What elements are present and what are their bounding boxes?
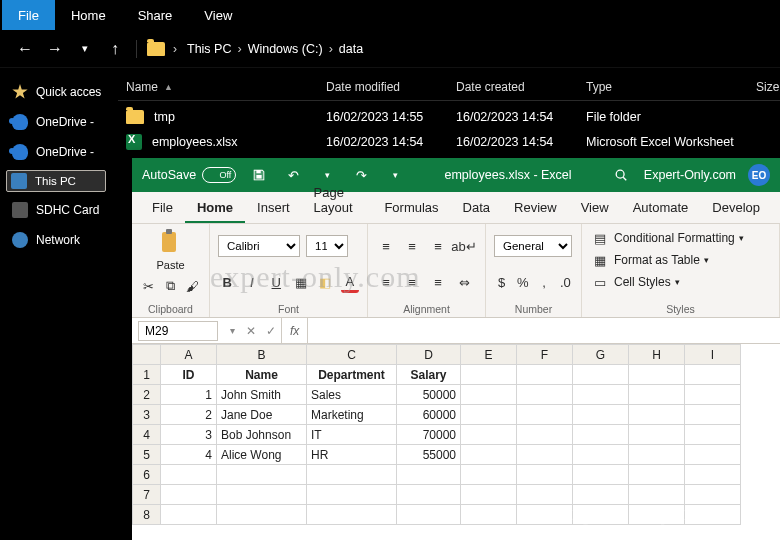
row-header[interactable]: 1 bbox=[133, 365, 161, 385]
save-icon[interactable] bbox=[248, 164, 270, 186]
menu-tab-formulas[interactable]: Formulas bbox=[372, 193, 450, 223]
cell[interactable] bbox=[685, 465, 741, 485]
nav-back-icon[interactable]: ← bbox=[14, 38, 36, 60]
cell[interactable] bbox=[517, 485, 573, 505]
cell[interactable]: ID bbox=[161, 365, 217, 385]
cell[interactable] bbox=[217, 505, 307, 525]
menu-tab-develop[interactable]: Develop bbox=[700, 193, 772, 223]
cell[interactable] bbox=[307, 465, 397, 485]
wrap-text-icon[interactable]: ab↵ bbox=[454, 236, 474, 256]
align-left-icon[interactable]: ≡ bbox=[376, 273, 396, 293]
cell[interactable] bbox=[629, 425, 685, 445]
font-color-icon[interactable]: A bbox=[341, 273, 360, 293]
comma-icon[interactable]: , bbox=[537, 273, 552, 293]
cell[interactable]: Name bbox=[217, 365, 307, 385]
cell[interactable] bbox=[573, 405, 629, 425]
col-created[interactable]: Date created bbox=[448, 74, 578, 100]
col-type[interactable]: Type bbox=[578, 74, 748, 100]
cell[interactable] bbox=[397, 465, 461, 485]
col-header[interactable]: D bbox=[397, 345, 461, 365]
sidebar-item[interactable]: OneDrive - bbox=[6, 140, 106, 164]
cell[interactable] bbox=[685, 385, 741, 405]
cell[interactable] bbox=[573, 365, 629, 385]
cell[interactable] bbox=[573, 485, 629, 505]
sidebar-item[interactable]: This PC bbox=[6, 170, 106, 192]
cell[interactable] bbox=[685, 365, 741, 385]
autosave-toggle[interactable]: AutoSave Off bbox=[142, 167, 236, 183]
cell[interactable]: Department bbox=[307, 365, 397, 385]
sidebar-item[interactable]: Network bbox=[6, 228, 106, 252]
row-header[interactable]: 3 bbox=[133, 405, 161, 425]
crumb-thispc[interactable]: This PC bbox=[185, 38, 233, 60]
chevron-down-icon[interactable]: ▾ bbox=[384, 164, 406, 186]
cell[interactable]: Jane Doe bbox=[217, 405, 307, 425]
cell[interactable]: 55000 bbox=[397, 445, 461, 465]
menu-tab-page-layout[interactable]: Page Layout bbox=[302, 178, 373, 223]
sidebar-item[interactable]: OneDrive - bbox=[6, 110, 106, 134]
cell[interactable]: HR bbox=[307, 445, 397, 465]
col-modified[interactable]: Date modified bbox=[318, 74, 448, 100]
cell[interactable] bbox=[461, 445, 517, 465]
cell[interactable] bbox=[573, 505, 629, 525]
file-row[interactable]: employees.xlsx 16/02/2023 14:54 16/02/20… bbox=[118, 129, 780, 155]
menu-tab-insert[interactable]: Insert bbox=[245, 193, 302, 223]
cell[interactable] bbox=[629, 385, 685, 405]
col-header[interactable]: B bbox=[217, 345, 307, 365]
col-size[interactable]: Size bbox=[748, 74, 780, 100]
percent-icon[interactable]: % bbox=[515, 273, 530, 293]
cond-format-button[interactable]: ▤Conditional Formatting ▾ bbox=[590, 228, 744, 248]
cell[interactable] bbox=[629, 505, 685, 525]
cell[interactable] bbox=[217, 485, 307, 505]
underline-icon[interactable]: U bbox=[267, 273, 286, 293]
tab-file[interactable]: File bbox=[2, 0, 55, 30]
col-header[interactable]: E bbox=[461, 345, 517, 365]
cell[interactable]: 3 bbox=[161, 425, 217, 445]
font-size-select[interactable]: 11 bbox=[306, 235, 348, 257]
cell[interactable] bbox=[517, 385, 573, 405]
cell[interactable] bbox=[573, 445, 629, 465]
align-mid-icon[interactable]: ≡ bbox=[402, 236, 422, 256]
menu-tab-file[interactable]: File bbox=[140, 193, 185, 223]
bold-icon[interactable]: B bbox=[218, 273, 237, 293]
menu-tab-home[interactable]: Home bbox=[185, 193, 245, 223]
border-icon[interactable]: ▦ bbox=[292, 273, 311, 293]
cell[interactable] bbox=[685, 505, 741, 525]
worksheet[interactable]: ABCDEFGHI1IDNameDepartmentSalary21John S… bbox=[132, 344, 780, 540]
cell[interactable] bbox=[517, 445, 573, 465]
cell[interactable] bbox=[397, 505, 461, 525]
formula-input[interactable] bbox=[308, 318, 780, 343]
format-table-button[interactable]: ▦Format as Table ▾ bbox=[590, 250, 709, 270]
cell[interactable]: Sales bbox=[307, 385, 397, 405]
cell[interactable] bbox=[461, 425, 517, 445]
cell[interactable] bbox=[461, 385, 517, 405]
cancel-formula-icon[interactable]: ✕ bbox=[241, 324, 261, 338]
number-format-select[interactable]: General bbox=[494, 235, 572, 257]
tab-view[interactable]: View bbox=[188, 0, 248, 30]
sidebar-item[interactable]: Quick acces bbox=[6, 80, 106, 104]
cell[interactable] bbox=[397, 485, 461, 505]
font-name-select[interactable]: Calibri bbox=[218, 235, 300, 257]
namebox-dropdown-icon[interactable]: ▾ bbox=[224, 325, 241, 336]
row-header[interactable]: 6 bbox=[133, 465, 161, 485]
cell[interactable] bbox=[307, 485, 397, 505]
fill-color-icon[interactable]: ◧ bbox=[316, 273, 335, 293]
cell[interactable] bbox=[573, 465, 629, 485]
cell[interactable] bbox=[461, 505, 517, 525]
search-icon[interactable] bbox=[610, 164, 632, 186]
cell[interactable] bbox=[629, 465, 685, 485]
col-header[interactable]: I bbox=[685, 345, 741, 365]
cell[interactable] bbox=[517, 425, 573, 445]
cell[interactable] bbox=[629, 365, 685, 385]
menu-tab-view[interactable]: View bbox=[569, 193, 621, 223]
align-right-icon[interactable]: ≡ bbox=[428, 273, 448, 293]
cell[interactable] bbox=[161, 505, 217, 525]
cell[interactable] bbox=[217, 465, 307, 485]
tab-share[interactable]: Share bbox=[122, 0, 189, 30]
cell[interactable] bbox=[461, 365, 517, 385]
currency-icon[interactable]: $ bbox=[494, 273, 509, 293]
cell[interactable] bbox=[629, 485, 685, 505]
cell[interactable]: 70000 bbox=[397, 425, 461, 445]
cell[interactable]: John Smith bbox=[217, 385, 307, 405]
cell[interactable]: 1 bbox=[161, 385, 217, 405]
align-top-icon[interactable]: ≡ bbox=[376, 236, 396, 256]
